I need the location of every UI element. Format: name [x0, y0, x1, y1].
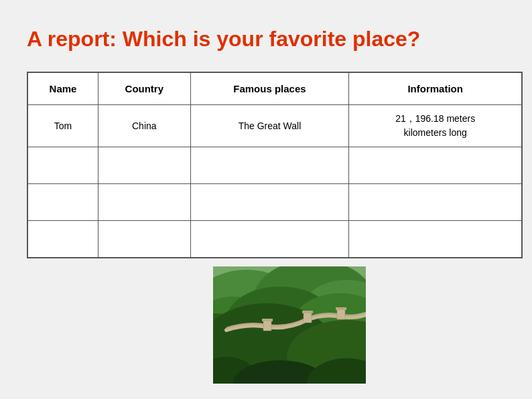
cell-info-2 — [349, 147, 522, 184]
great-wall-image — [213, 266, 366, 384]
svg-rect-10 — [263, 320, 271, 331]
svg-rect-15 — [336, 307, 346, 310]
cell-country-2 — [98, 147, 191, 184]
col-header-info: Information — [349, 73, 522, 105]
svg-rect-13 — [302, 311, 313, 313]
cell-info-1: 21，196.18 meterskilometers long — [349, 105, 522, 147]
col-header-famous: Famous places — [190, 73, 349, 105]
cell-info-3 — [349, 184, 522, 221]
cell-name-3 — [28, 184, 98, 221]
col-header-country: Country — [98, 73, 191, 105]
svg-rect-11 — [262, 319, 273, 321]
cell-name-1: Tom — [28, 105, 98, 147]
cell-famous-1: The Great Wall — [190, 105, 349, 147]
page-title: A report: Which is your favorite place? — [27, 27, 505, 52]
col-header-name: Name — [28, 73, 98, 105]
cell-country-4 — [98, 221, 191, 258]
cell-famous-4 — [190, 221, 349, 258]
cell-famous-3 — [190, 184, 349, 221]
report-table: Name Country Famous places Information T… — [27, 72, 523, 258]
table-header-row: Name Country Famous places Information — [28, 73, 522, 105]
cell-country-1: China — [98, 105, 191, 147]
cell-name-4 — [28, 221, 98, 258]
slide: A report: Which is your favorite place? … — [0, 0, 532, 399]
svg-rect-14 — [337, 309, 345, 319]
cell-info-4 — [349, 221, 522, 258]
cell-famous-2 — [190, 147, 349, 184]
table-row — [28, 184, 522, 221]
svg-rect-12 — [304, 312, 312, 323]
cell-country-3 — [98, 184, 191, 221]
cell-name-2 — [28, 147, 98, 184]
table-row — [28, 221, 522, 258]
table-row — [28, 147, 522, 184]
table-row: Tom China The Great Wall 21，196.18 meter… — [28, 105, 522, 147]
